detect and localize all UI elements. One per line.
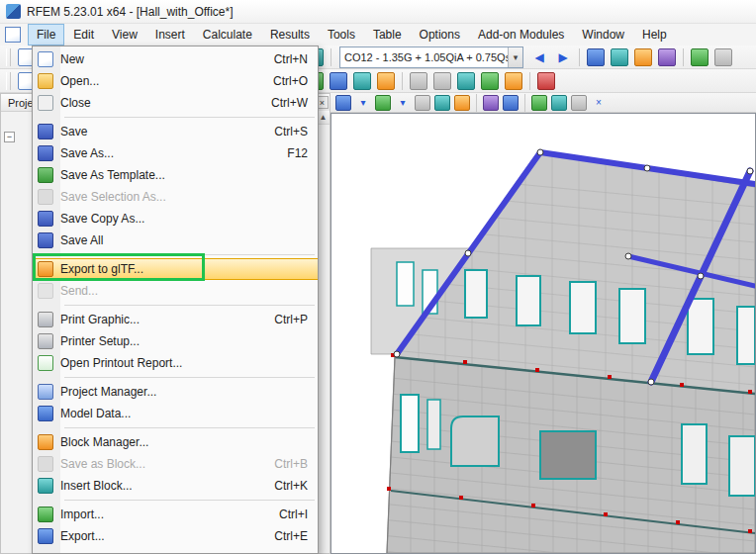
separator — [33, 114, 318, 121]
menubar-calculate[interactable]: Calculate — [195, 25, 260, 45]
drawing-viewport[interactable] — [331, 113, 756, 554]
menu-item-export-to-gltf[interactable]: Export to glTF... — [33, 258, 318, 280]
menu-item-save-as-template[interactable]: Save As Template... — [33, 164, 318, 186]
next-load-case-icon[interactable]: ▶ — [554, 48, 572, 66]
menubar-help[interactable]: Help — [634, 25, 675, 45]
file-menu: New Ctrl+N Open... Ctrl+O Close Ctrl+W S… — [32, 46, 319, 554]
help-pointer-icon[interactable] — [714, 48, 732, 66]
grid-icon[interactable] — [415, 95, 430, 111]
save-selection-as-icon — [38, 189, 53, 205]
printout-report-icon — [38, 355, 53, 371]
menu-item-printer-setup[interactable]: Printer Setup... — [33, 330, 318, 352]
insert-block-icon — [38, 478, 53, 494]
menu-item-open[interactable]: Open... Ctrl+O — [33, 70, 318, 92]
separator — [529, 72, 530, 90]
menu-item-export[interactable]: Export... Ctrl+E — [33, 525, 318, 547]
save-copy-as-icon — [38, 211, 53, 227]
menu-item-save-as[interactable]: Save As... F12 — [33, 142, 318, 164]
menu-item-insert-block[interactable]: Insert Block... Ctrl+K — [33, 475, 318, 497]
menu-item-print-graphic[interactable]: Print Graphic... Ctrl+P — [33, 309, 318, 330]
tree-expander-icon[interactable]: − — [4, 132, 15, 142]
menu-item-import[interactable]: Import... Ctrl+I — [33, 504, 318, 525]
work-plane-icon[interactable] — [375, 95, 391, 111]
show-results-icon[interactable] — [587, 48, 605, 66]
separator — [33, 424, 318, 431]
display-panel-icon[interactable] — [658, 48, 676, 66]
separator — [33, 302, 318, 309]
load-combination-combo[interactable]: CO12 - 1.35G + 1.05QiA + 0.75Qs + 1.5 ▾ — [339, 46, 523, 68]
move-copy-icon[interactable] — [410, 72, 427, 90]
coordinate-system-icon[interactable] — [634, 48, 652, 66]
background-icon[interactable] — [571, 95, 587, 111]
separator — [33, 497, 318, 504]
project-manager-icon — [38, 384, 53, 400]
separator — [331, 48, 331, 66]
menu-item-open-printout-report[interactable]: Open Printout Report... — [33, 352, 318, 374]
separator — [33, 251, 318, 258]
separator — [524, 94, 525, 112]
menu-item-model-data[interactable]: Model Data... — [33, 403, 318, 424]
menu-item-save-selection-as[interactable]: Save Selection As... — [33, 186, 318, 208]
menu-item-close[interactable]: Close Ctrl+W — [33, 92, 318, 114]
menubar-edit[interactable]: Edit — [65, 25, 102, 45]
display-dropdown-icon[interactable]: ▾ — [355, 95, 371, 111]
rotate-copy-icon[interactable] — [433, 72, 451, 90]
combo-dropdown-icon[interactable]: ▾ — [508, 47, 522, 67]
menubar-tools[interactable]: Tools — [320, 25, 363, 45]
connect-members-icon[interactable] — [505, 72, 522, 90]
zoom-selection-icon[interactable] — [691, 48, 709, 66]
menu-item-save-as-block[interactable]: Save as Block... Ctrl+B — [33, 453, 318, 475]
export-icon — [38, 528, 53, 544]
divide-member-icon[interactable] — [481, 72, 499, 90]
menu-item-save-all[interactable]: Save All — [33, 230, 318, 251]
guidelines-icon[interactable] — [454, 95, 470, 111]
menu-item-save-copy-as[interactable]: Save Copy As... — [33, 208, 318, 230]
separator — [476, 94, 477, 112]
close-view-icon[interactable]: × — [591, 95, 607, 111]
previous-load-case-icon[interactable]: ◀ — [530, 48, 548, 66]
result-values-icon[interactable] — [611, 48, 628, 66]
clipping-box-icon[interactable] — [503, 95, 519, 111]
menubar-view[interactable]: View — [104, 25, 145, 45]
toolbar-grip[interactable] — [6, 48, 11, 66]
open-folder-icon — [38, 73, 53, 89]
menubar-addon-modules[interactable]: Add-on Modules — [470, 25, 572, 45]
separator — [33, 374, 318, 381]
print-graphic-icon — [38, 312, 53, 327]
rfem-window: RFEM 5.23.01 x64 - [Hall_with_Office*] F… — [0, 0, 756, 554]
menubar-options[interactable]: Options — [412, 25, 468, 45]
save-as-block-icon — [38, 456, 53, 472]
display-properties-icon[interactable] — [335, 95, 351, 111]
menu-item-new[interactable]: New Ctrl+N — [33, 48, 318, 70]
save-as-icon — [38, 145, 53, 161]
new-opening-icon[interactable] — [377, 72, 395, 90]
new-member-icon[interactable] — [330, 72, 347, 90]
menu-item-block-manager[interactable]: Block Manager... — [33, 431, 318, 453]
menubar-table[interactable]: Table — [365, 25, 410, 45]
new-surface-icon[interactable] — [353, 72, 371, 90]
send-icon — [38, 283, 53, 299]
menu-item-send[interactable]: Send... — [33, 280, 318, 302]
rfem-app-icon — [6, 4, 21, 19]
menu-item-save[interactable]: Save Ctrl+S — [33, 121, 318, 142]
separator — [683, 48, 684, 66]
model-data-icon — [38, 406, 53, 421]
render-mode-icon[interactable] — [551, 95, 567, 111]
menubar-results[interactable]: Results — [262, 25, 318, 45]
export-gltf-icon — [38, 261, 53, 277]
menubar-window[interactable]: Window — [574, 25, 632, 45]
snap-icon[interactable] — [434, 95, 450, 111]
view-toolbar: ▾▾× — [331, 93, 756, 113]
margins-icon[interactable] — [531, 95, 547, 111]
visibilities-icon[interactable] — [483, 95, 499, 111]
menubar-file[interactable]: File — [29, 25, 63, 45]
model-3d-view[interactable] — [331, 114, 755, 553]
mirror-icon[interactable] — [457, 72, 475, 90]
menu-bar: FileEditViewInsertCalculateResultsToolsT… — [0, 24, 756, 46]
menubar-insert[interactable]: Insert — [147, 25, 193, 45]
delete-icon[interactable] — [537, 72, 555, 90]
toolbar-grip[interactable] — [6, 72, 11, 90]
printer-setup-icon — [38, 333, 53, 349]
menu-item-project-manager[interactable]: Project Manager... — [33, 381, 318, 403]
work-plane-dropdown-icon[interactable]: ▾ — [395, 95, 411, 111]
